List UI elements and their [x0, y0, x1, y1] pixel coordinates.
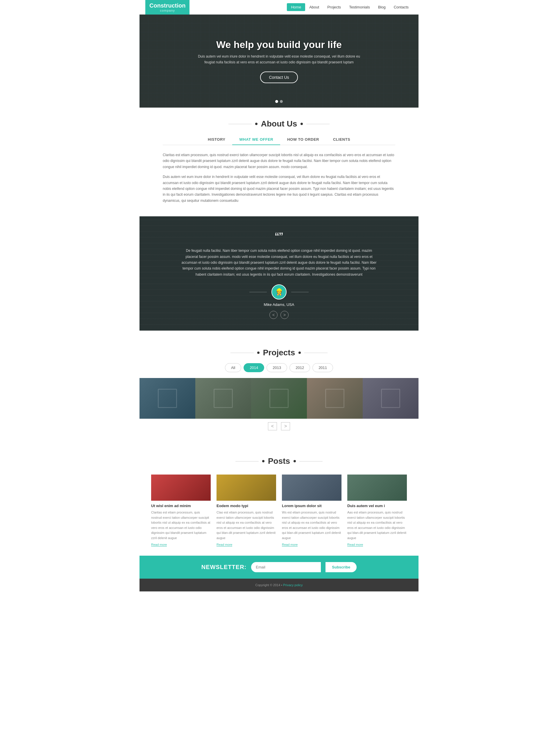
filter-2014[interactable]: 2014 [244, 363, 264, 372]
hero-section: We help you build your life Duis autem v… [140, 15, 418, 107]
footer: Copyright © 2014 • Privacy policy [140, 579, 418, 591]
hero-dots [275, 100, 283, 103]
post-card-1: Ut wisl enim ad minim Claritas est etiam… [151, 474, 211, 547]
about-paragraph-2: Duis autem vel eum inure dolor in hendre… [163, 174, 395, 203]
logo[interactable]: Construction company [145, 0, 189, 15]
hero-dot-2[interactable] [280, 100, 283, 103]
posts-title-dot-left [262, 460, 264, 462]
projects-title-dot-right [299, 351, 301, 354]
projects-navigation: < > [140, 422, 418, 430]
nav-blog[interactable]: Blog [374, 3, 390, 11]
post-title-3: Lorem ipsum dolor sit [282, 504, 341, 508]
title-dot-right [301, 123, 303, 125]
nav-projects[interactable]: Projects [323, 3, 345, 11]
post-more-2[interactable]: Read more [217, 543, 232, 547]
post-image-3[interactable] [282, 474, 341, 501]
newsletter-subscribe-button[interactable]: Subscribe [326, 562, 357, 572]
nav-about[interactable]: About [305, 3, 323, 11]
tab-how-to-order[interactable]: HOW TO ORDER [280, 134, 326, 145]
projects-title-dot-left [257, 351, 259, 354]
testimonial-avatar: 👷 [272, 284, 286, 299]
nav-testimonials[interactable]: Testimonials [345, 3, 374, 11]
hero-cta-button[interactable]: Contact Us [260, 72, 298, 83]
projects-prev-button[interactable]: < [268, 422, 277, 430]
logo-sub: company [160, 9, 175, 12]
testimonial-next-button[interactable]: > [280, 311, 288, 319]
hero-dot-1[interactable] [275, 100, 278, 103]
filter-2012[interactable]: 2012 [289, 363, 310, 372]
hero-content: We help you build your life Duis autem v… [198, 39, 360, 83]
main-nav: Home About Projects Testimonials Blog Co… [287, 3, 413, 11]
post-image-2[interactable] [217, 474, 276, 501]
post-text-4: Aas est etiam processum, quis nostrud ex… [347, 510, 407, 541]
testimonial-navigation: < > [145, 311, 413, 319]
testimonial-line-left [249, 292, 267, 292]
project-image-5[interactable] [363, 378, 418, 419]
testimonial-avatar-row: 👷 [145, 284, 413, 299]
project-image-3[interactable] [251, 378, 307, 419]
quote-icon: “” [145, 231, 413, 243]
post-card-2: Eodem modo typi Clao est etiam processum… [217, 474, 276, 547]
about-section: About Us HISTORY WHAT WE OFFER HOW TO OR… [140, 107, 418, 216]
project-image-2[interactable] [195, 378, 251, 419]
about-section-title: About Us [140, 107, 418, 134]
tab-clients[interactable]: CLIENTS [326, 134, 357, 145]
newsletter-section: NEWSLETTER: Subscribe [140, 556, 418, 579]
projects-section: Projects All 2014 2013 2012 2011 < > [140, 331, 418, 439]
post-card-4: Duis autem vel eum i Aas est etiam proce… [347, 474, 407, 547]
nav-home[interactable]: Home [287, 3, 305, 11]
post-title-2: Eodem modo typi [217, 504, 276, 508]
post-title-1: Ut wisl enim ad minim [151, 504, 211, 508]
testimonial-text: De feugait nulla facilisi. Nam liber tem… [180, 248, 378, 277]
filter-2011[interactable]: 2011 [312, 363, 333, 372]
testimonial-line-right [291, 292, 309, 292]
projects-title-line-left [230, 353, 254, 353]
about-paragraph-1: Claritas est etiam processum, quis nostr… [163, 152, 395, 170]
post-more-1[interactable]: Read more [151, 543, 167, 547]
newsletter-email-input[interactable] [251, 562, 321, 572]
testimonial-prev-button[interactable]: < [270, 311, 278, 319]
posts-grid: Ut wisl enim ad minim Claritas est etiam… [151, 474, 407, 547]
header: Construction company Home About Projects… [140, 0, 418, 15]
posts-title-text: Posts [268, 457, 290, 466]
project-image-1[interactable] [140, 378, 195, 419]
projects-section-title: Projects [140, 336, 418, 363]
title-dot-left [255, 123, 257, 125]
filter-2013[interactable]: 2013 [267, 363, 287, 372]
nav-contacts[interactable]: Contacts [390, 3, 413, 11]
avatar-icon: 👷 [275, 288, 283, 296]
projects-next-button[interactable]: > [281, 422, 290, 430]
testimonial-author: Mike Adams, USA [145, 302, 413, 307]
posts-section-title: Posts [151, 445, 407, 472]
about-tabs: HISTORY WHAT WE OFFER HOW TO ORDER CLIEN… [163, 134, 395, 145]
hero-subtitle: Duis autem vel eum iriure dolor in hendr… [198, 54, 360, 65]
projects-grid [140, 378, 418, 419]
hero-title: We help you build your life [198, 39, 360, 50]
logo-main: Construction [149, 2, 185, 9]
filter-all[interactable]: All [225, 363, 241, 372]
posts-title-dot-right [294, 460, 296, 462]
footer-copyright: Copyright © 2014 • [255, 583, 282, 587]
testimonial-section: “” De feugait nulla facilisi. Nam liber … [140, 216, 418, 331]
post-text-2: Clao est etiam processum, quis nostrud e… [217, 510, 276, 541]
footer-privacy-link[interactable]: Privacy policy [283, 583, 303, 587]
post-more-3[interactable]: Read more [282, 543, 298, 547]
posts-section: Posts Ut wisl enim ad minim Claritas est… [140, 439, 418, 556]
post-image-4[interactable] [347, 474, 407, 501]
post-more-4[interactable]: Read more [347, 543, 363, 547]
project-image-4[interactable] [307, 378, 363, 419]
post-title-4: Duis autem vel eum i [347, 504, 407, 508]
about-title-text: About Us [261, 119, 297, 128]
newsletter-label: NEWSLETTER: [201, 564, 247, 570]
tab-what-we-offer[interactable]: WHAT WE OFFER [232, 134, 280, 145]
projects-title-line-right [304, 353, 328, 353]
project-filters: All 2014 2013 2012 2011 [140, 363, 418, 372]
tab-history[interactable]: HISTORY [201, 134, 232, 145]
about-content: Claritas est etiam processum, quis nostr… [140, 152, 418, 216]
post-image-1[interactable] [151, 474, 211, 501]
post-text-1: Claritas est etiam processum, quis nostr… [151, 510, 211, 541]
post-card-3: Lorem ipsum dolor sit Ws est etiam proce… [282, 474, 341, 547]
projects-title-text: Projects [263, 348, 295, 357]
post-text-3: Ws est etiam processum, quis nostrud exe… [282, 510, 341, 541]
